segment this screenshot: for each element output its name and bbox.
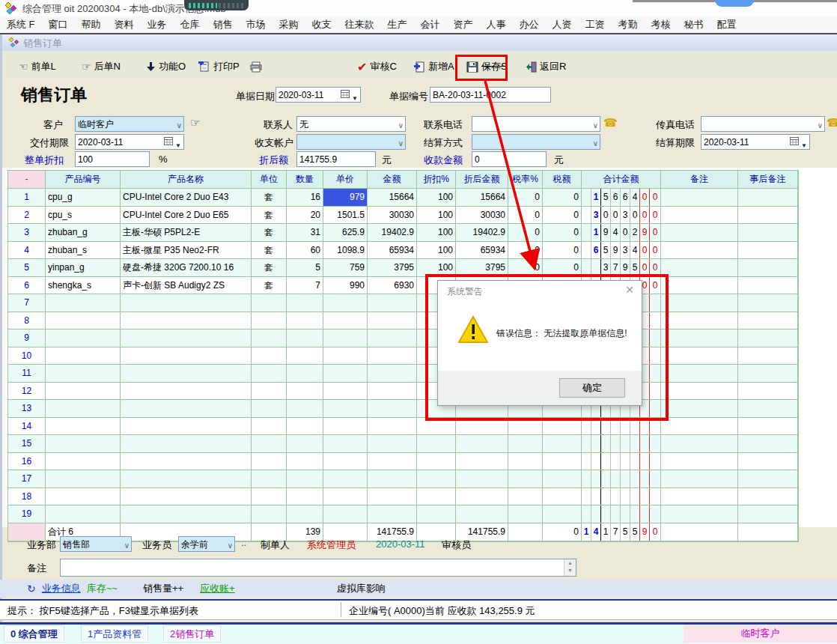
- cell-amount[interactable]: [368, 312, 417, 329]
- cell-name[interactable]: [121, 312, 252, 329]
- menu-item-1[interactable]: 窗口: [42, 18, 75, 31]
- cell-unit[interactable]: [252, 329, 287, 347]
- dropdown-icon[interactable]: ∨: [593, 118, 598, 132]
- menu-item-2[interactable]: 帮助: [75, 18, 108, 31]
- cell-note[interactable]: [661, 189, 738, 206]
- cell-unit[interactable]: 套: [252, 259, 287, 276]
- cell-note[interactable]: [661, 329, 738, 347]
- cell-code[interactable]: [46, 294, 121, 312]
- cell-unit[interactable]: [252, 505, 287, 523]
- row-number[interactable]: 19: [8, 505, 46, 523]
- cell-name[interactable]: CPU-Intel Core 2 Duo E43: [121, 189, 252, 206]
- cell-qty[interactable]: [287, 329, 323, 347]
- cell-discount[interactable]: [417, 453, 456, 470]
- cell-code[interactable]: cpu_g: [46, 189, 121, 206]
- cell-note[interactable]: [661, 488, 738, 505]
- cell-qty[interactable]: 7: [287, 277, 323, 294]
- cell-note[interactable]: [661, 470, 738, 487]
- cell-total-amount[interactable]: [582, 435, 661, 452]
- cell-post-note[interactable]: [738, 470, 798, 487]
- fax-phone-icon[interactable]: ☎: [827, 116, 837, 130]
- cell-qty[interactable]: [287, 383, 323, 400]
- taskbar-tab-main[interactable]: 0 综合管理: [4, 625, 64, 643]
- cell-unit[interactable]: [252, 294, 287, 312]
- row-number[interactable]: 7: [8, 294, 46, 312]
- delivery-date-field[interactable]: 2020-03-11 ▼: [75, 134, 184, 150]
- cell-post-note[interactable]: [738, 242, 798, 259]
- cell-post-note[interactable]: [738, 383, 798, 400]
- cell-price[interactable]: 759: [323, 259, 368, 276]
- cell-code[interactable]: [46, 418, 121, 435]
- cell-amount[interactable]: [368, 365, 417, 382]
- cell-price[interactable]: 1098.9: [323, 242, 368, 259]
- cell-unit[interactable]: [252, 347, 287, 365]
- contact-select[interactable]: 无 ∨: [296, 116, 406, 132]
- cell-unit[interactable]: 套: [252, 189, 287, 206]
- cell-qty[interactable]: [287, 400, 323, 417]
- cell-code[interactable]: cpu_s: [46, 207, 121, 224]
- cell-code[interactable]: [46, 365, 121, 382]
- cell-unit[interactable]: [252, 312, 287, 329]
- cell-price[interactable]: [323, 400, 368, 417]
- cell-code[interactable]: [46, 347, 121, 365]
- cell-post-note[interactable]: [738, 329, 798, 347]
- menu-item-0[interactable]: 系统 F: [0, 18, 42, 31]
- cell-total-amount[interactable]: 1940290: [582, 224, 661, 241]
- cell-qty[interactable]: [287, 312, 323, 329]
- cell-amount[interactable]: 3795: [368, 259, 417, 276]
- cell-code[interactable]: zhuban_g: [46, 224, 121, 241]
- row-number[interactable]: 17: [8, 470, 46, 487]
- printer-button[interactable]: [249, 58, 263, 76]
- customer-select[interactable]: 临时客户 ∨: [75, 116, 184, 132]
- cell-tax[interactable]: [543, 505, 582, 523]
- cell-note[interactable]: [661, 453, 738, 470]
- cell-code[interactable]: [46, 312, 121, 329]
- cell-note[interactable]: [661, 312, 738, 329]
- dropdown-icon[interactable]: ∨: [593, 136, 598, 150]
- row-number[interactable]: 1: [8, 189, 46, 206]
- menu-item-7[interactable]: 市场: [240, 18, 273, 31]
- cell-unit[interactable]: [252, 383, 287, 400]
- cell-qty[interactable]: 31: [287, 224, 323, 241]
- cell-discount[interactable]: [417, 435, 456, 452]
- cell-unit[interactable]: 套: [252, 224, 287, 241]
- next-doc-button[interactable]: ☞ 后单N: [82, 58, 121, 76]
- cell-post-note[interactable]: [738, 312, 798, 329]
- add-new-button[interactable]: 新增A: [414, 58, 454, 76]
- cell-tax_rate[interactable]: [508, 470, 543, 487]
- cell-price[interactable]: 1501.5: [323, 207, 368, 224]
- scroll-down-icon[interactable]: ▼: [567, 568, 573, 573]
- cell-amount[interactable]: [368, 383, 417, 400]
- cell-amount[interactable]: 65934: [368, 242, 417, 259]
- cell-amount[interactable]: [368, 294, 417, 312]
- cell-price[interactable]: [323, 312, 368, 329]
- row-number[interactable]: 16: [8, 453, 46, 470]
- prev-doc-button[interactable]: ☜ 前单L: [19, 58, 56, 76]
- menu-item-5[interactable]: 仓库: [174, 18, 207, 31]
- cell-name[interactable]: [121, 400, 252, 417]
- row-number[interactable]: 14: [8, 418, 46, 435]
- row-number[interactable]: 11: [8, 365, 46, 382]
- cell-qty[interactable]: [287, 435, 323, 452]
- cell-name[interactable]: 硬盘-希捷 320G 7200.10 16: [121, 259, 252, 276]
- cell-total-amount[interactable]: [582, 470, 661, 487]
- cell-post-note[interactable]: [738, 365, 798, 382]
- cell-name[interactable]: [121, 435, 252, 452]
- row-number[interactable]: 9: [8, 329, 46, 347]
- cell-name[interactable]: 声卡-创新 SB Audigy2 ZS: [121, 277, 252, 294]
- cell-post-note[interactable]: [738, 189, 798, 206]
- cell-post-note[interactable]: [738, 207, 798, 224]
- cell-note[interactable]: [661, 505, 738, 523]
- cell-qty[interactable]: [287, 294, 323, 312]
- phone-icon[interactable]: ☎: [603, 116, 618, 130]
- menu-item-11[interactable]: 生产: [381, 18, 414, 31]
- cell-unit[interactable]: [252, 488, 287, 505]
- virtual-stock-link[interactable]: 虚拟库影响: [337, 582, 386, 595]
- account-select[interactable]: ∨: [296, 134, 406, 150]
- cell-amount[interactable]: [368, 435, 417, 452]
- settle-date-field[interactable]: 2020-03-11 ▼: [701, 134, 810, 150]
- scrollbar[interactable]: ▲ ▼: [564, 559, 576, 576]
- more-dots-button[interactable]: ..: [241, 537, 246, 548]
- cell-note[interactable]: [661, 347, 738, 365]
- cell-note[interactable]: [661, 242, 738, 259]
